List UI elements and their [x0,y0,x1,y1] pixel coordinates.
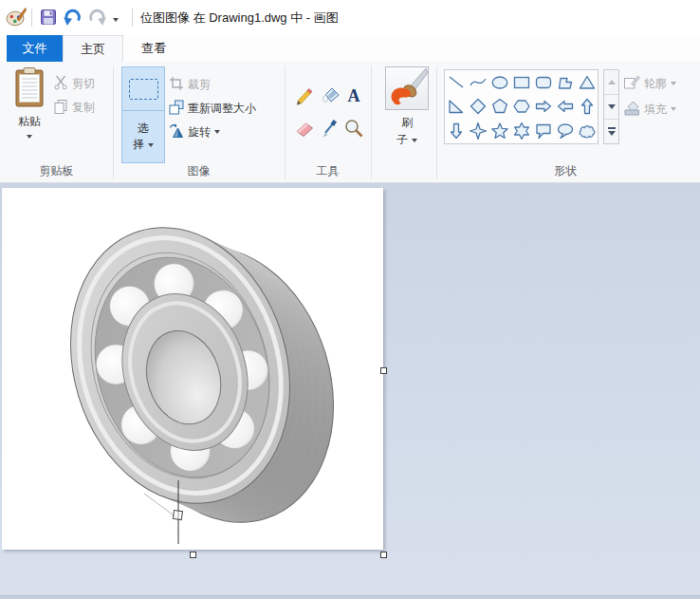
select-icon-segment[interactable] [122,67,164,111]
shapes-group-label: 形状 [436,163,694,179]
rotate-icon [169,123,184,141]
shape-arrow-left[interactable] [554,95,576,119]
text-tool[interactable]: A [342,84,365,107]
ribbon: 粘贴 剪切 复制 剪贴板 [0,62,700,183]
brush-icon [385,66,429,110]
clipboard-group-label: 剪贴板 [0,163,113,179]
select-label-line1: 选 [138,121,149,137]
shape-star-6[interactable] [510,119,532,142]
shape-hexagon[interactable] [510,95,532,119]
bearing-image [2,188,383,550]
shape-fill-label: 填充 [644,102,667,118]
rotate-label: 旋转 [188,124,211,140]
shape-polygon[interactable] [554,70,576,94]
shape-right-triangle[interactable] [445,95,467,119]
tab-view[interactable]: 查看 [123,35,184,62]
shape-outline-icon [623,74,640,94]
resize-button[interactable]: 重新调整大小 [169,98,256,119]
shape-arrow-right[interactable] [532,95,554,119]
outline-dropdown-caret [671,82,676,85]
paste-button[interactable]: 粘贴 [8,66,51,161]
brushes-button[interactable]: 刷 子 [383,66,431,175]
crop-icon [169,76,184,94]
window-title: 位图图像 在 Drawing1.dwg 中 - 画图 [140,0,339,35]
group-divider [371,66,372,179]
color-picker-tool[interactable] [319,117,341,140]
shape-rounded-rectangle[interactable] [532,70,554,94]
eraser-tool[interactable] [293,117,316,140]
canvas-resize-handle-bottom[interactable] [190,552,196,558]
customize-toolbar-dropdown-icon[interactable] [111,12,122,24]
cut-button: 剪切 [53,73,95,94]
cut-label: 剪切 [72,76,95,92]
tools-group-label: 工具 [285,163,371,179]
shapes-gallery-expand-button[interactable] [604,120,618,143]
resize-icon [169,100,184,118]
shape-curve[interactable] [467,70,488,94]
shape-outline-button: 轮廓 [623,73,676,94]
shape-star-4[interactable] [467,119,488,142]
selection-rectangle-icon [129,79,158,100]
shape-ellipse[interactable] [488,70,510,94]
shape-fill-icon [623,100,640,120]
tab-home[interactable]: 主页 [63,35,123,62]
titlebar: 位图图像 在 Drawing1.dwg 中 - 画图 [0,0,700,35]
shape-callout-cloud[interactable] [576,119,598,142]
shape-fill-button: 填充 [623,99,676,120]
rotate-dropdown-caret [214,130,220,134]
paint-window: 位图图像 在 Drawing1.dwg 中 - 画图 文件 主页 查看 粘贴 [0,0,700,599]
shape-pentagon[interactable] [488,95,510,119]
shape-callout-oval[interactable] [554,119,576,142]
tab-file[interactable]: 文件 [7,35,63,62]
shapes-scroll-column [603,69,619,144]
fill-bucket-tool[interactable] [319,84,341,107]
titlebar-separator [31,9,32,27]
pencil-tool[interactable] [293,84,316,107]
select-label-segment[interactable]: 选 择 [133,111,153,162]
canvas-resize-handle-right[interactable] [380,367,387,374]
select-label-line2: 择 [133,137,153,153]
magnifier-tool[interactable] [342,117,365,140]
brushes-label-line1: 刷 [401,114,413,131]
group-divider [285,66,286,179]
cut-scissors-icon [53,75,68,93]
shape-star-5[interactable] [488,119,510,142]
brushes-label-line2: 子 [396,131,416,148]
crop-button: 裁剪 [169,74,211,95]
shape-outline-label: 轮廓 [644,76,667,92]
copy-label: 复制 [72,100,95,116]
shape-arrow-up[interactable] [576,95,598,119]
canvas-resize-handle-corner[interactable] [380,552,387,558]
text-tool-glyph: A [348,86,360,105]
titlebar-separator [132,9,133,27]
paint-logo-icon [6,7,27,30]
shape-diamond[interactable] [467,95,488,119]
shape-callout-rectangle[interactable] [532,119,554,142]
workspace [0,183,700,599]
shape-triangle[interactable] [576,70,598,94]
tab-row: 文件 主页 查看 [0,35,700,62]
copy-button: 复制 [53,97,95,118]
paste-dropdown-caret [27,135,32,139]
copy-pages-icon [53,99,68,117]
paint-canvas[interactable] [2,188,383,550]
shapes-scroll-down-button[interactable] [604,95,618,120]
save-icon[interactable] [40,9,57,28]
select-button[interactable]: 选 择 [121,66,165,163]
paste-label: 粘贴 [18,114,41,130]
fill-dropdown-caret [671,107,676,111]
shape-arrow-down[interactable] [445,119,467,142]
group-divider [436,66,437,179]
crop-label: 裁剪 [188,77,211,93]
group-divider [113,66,114,179]
undo-icon[interactable] [63,8,83,29]
resize-label: 重新调整大小 [188,101,256,117]
statusbar-edge [0,595,700,599]
redo-icon [87,8,107,29]
shapes-gallery [444,69,599,144]
paste-clipboard-icon [14,66,45,111]
shape-rectangle[interactable] [510,70,532,94]
rotate-button[interactable]: 旋转 [169,122,220,142]
shape-line[interactable] [445,70,467,94]
image-group-label: 图像 [113,163,285,179]
